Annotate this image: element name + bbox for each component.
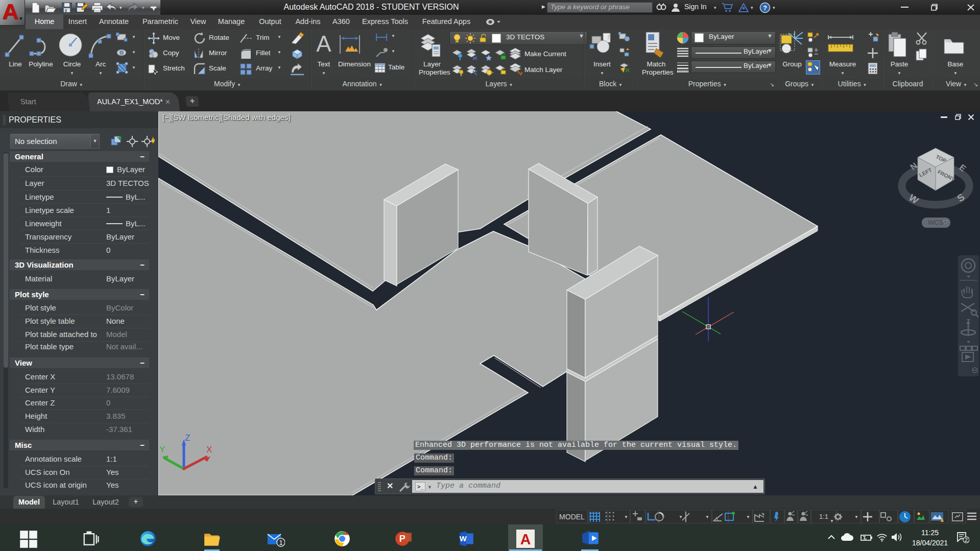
svg-text:1: 1 (279, 539, 283, 546)
svg-text:A: A (520, 531, 531, 547)
svg-text:W: W (460, 535, 467, 543)
svg-text:Z: Z (185, 433, 190, 443)
svg-text:Y: Y (159, 445, 165, 454)
svg-text:WCS: WCS (928, 219, 944, 226)
svg-text:?: ? (763, 4, 767, 12)
svg-text:2: 2 (965, 537, 968, 543)
svg-text:P: P (399, 534, 405, 544)
svg-text:X: X (206, 445, 212, 454)
